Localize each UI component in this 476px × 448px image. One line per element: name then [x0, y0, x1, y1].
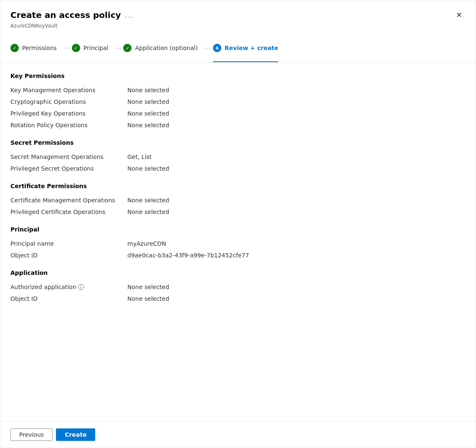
authorized-app-row: Authorized application i None selected — [10, 281, 466, 293]
step-principal[interactable]: Principal — [72, 40, 114, 55]
step-separator-2 — [115, 48, 122, 48]
step-separator-1 — [63, 48, 70, 48]
cert-mgmt-ops-value: None selected — [127, 197, 169, 204]
step-permissions-check-icon — [10, 44, 19, 52]
rotation-policy-ops-value: None selected — [127, 122, 169, 128]
step-separator-3 — [205, 48, 211, 48]
app-object-id-row: Object ID None selected — [10, 293, 466, 305]
secret-permissions-heading: Secret Permissions — [10, 139, 466, 146]
dialog-header: Create an access policy ... ✕ AzureCDNKe… — [0, 0, 476, 35]
step-application-label: Application (optional) — [135, 45, 197, 51]
title-text: Create an access policy — [10, 10, 121, 20]
privileged-key-ops-label: Privileged Key Operations — [10, 110, 127, 117]
create-access-policy-dialog: Create an access policy ... ✕ AzureCDNKe… — [0, 0, 476, 448]
authorized-app-value: None selected — [127, 284, 169, 290]
rotation-policy-ops-row: Rotation Policy Operations None selected — [10, 119, 466, 131]
principal-object-id-value: d9ae0cac-b3a2-43f9-a99e-7b12452cfe77 — [127, 252, 249, 259]
privileged-cert-ops-row: Privileged Certificate Operations None s… — [10, 206, 466, 218]
authorized-app-info-icon[interactable]: i — [78, 284, 84, 290]
cert-mgmt-ops-row: Certificate Management Operations None s… — [10, 194, 466, 206]
privileged-secret-ops-label: Privileged Secret Operations — [10, 165, 127, 172]
secret-mgmt-ops-label: Secret Management Operations — [10, 154, 127, 160]
title-row: Create an access policy ... ✕ — [10, 9, 466, 21]
authorized-app-label: Authorized application — [10, 284, 76, 290]
principal-heading: Principal — [10, 226, 466, 233]
crypto-ops-row: Cryptographic Operations None selected — [10, 96, 466, 108]
step-application-check-icon — [123, 44, 132, 52]
privileged-key-ops-value: None selected — [127, 110, 169, 117]
cert-permissions-heading: Certificate Permissions — [10, 183, 466, 189]
crypto-ops-label: Cryptographic Operations — [10, 98, 127, 105]
create-button[interactable]: Create — [56, 428, 95, 441]
wizard-steps: Permissions Principal Application (optio… — [0, 35, 476, 63]
secret-mgmt-ops-value: Get, List — [127, 154, 152, 160]
rotation-policy-ops-label: Rotation Policy Operations — [10, 122, 127, 128]
application-heading: Application — [10, 269, 466, 276]
secret-mgmt-ops-row: Secret Management Operations Get, List — [10, 151, 466, 163]
step-principal-check-icon — [72, 44, 80, 52]
key-mgmt-ops-label: Key Management Operations — [10, 87, 127, 93]
previous-button[interactable]: Previous — [10, 428, 53, 441]
step-permissions[interactable]: Permissions — [10, 40, 62, 55]
dialog-subtitle: AzureCDNKeyVault — [10, 23, 466, 29]
privileged-cert-ops-label: Privileged Certificate Operations — [10, 209, 127, 215]
dialog-content: Key Permissions Key Management Operation… — [0, 63, 476, 421]
step-permissions-label: Permissions — [22, 45, 57, 51]
close-icon: ✕ — [456, 11, 462, 19]
key-mgmt-ops-value: None selected — [127, 87, 169, 93]
privileged-key-ops-row: Privileged Key Operations None selected — [10, 108, 466, 119]
app-object-id-label: Object ID — [10, 295, 127, 302]
crypto-ops-value: None selected — [127, 98, 169, 105]
step-principal-label: Principal — [84, 45, 109, 51]
privileged-cert-ops-value: None selected — [127, 209, 169, 215]
principal-object-id-label: Object ID — [10, 252, 127, 259]
principal-object-id-row: Object ID d9ae0cac-b3a2-43f9-a99e-7b1245… — [10, 249, 466, 261]
privileged-secret-ops-row: Privileged Secret Operations None select… — [10, 163, 466, 174]
principal-name-value: myAzureCDN — [127, 240, 166, 247]
dialog-title: Create an access policy ... — [10, 10, 134, 20]
step-review[interactable]: 4 Review + create — [213, 40, 283, 55]
step-application[interactable]: Application (optional) — [123, 40, 203, 55]
cert-mgmt-ops-label: Certificate Management Operations — [10, 197, 127, 204]
dialog-footer: Previous Create — [0, 421, 476, 448]
step-review-number-icon: 4 — [213, 44, 221, 52]
key-mgmt-ops-row: Key Management Operations None selected — [10, 84, 466, 96]
key-permissions-heading: Key Permissions — [10, 73, 466, 79]
privileged-secret-ops-value: None selected — [127, 165, 169, 172]
authorized-app-label-container: Authorized application i — [10, 284, 127, 290]
close-button[interactable]: ✕ — [453, 9, 466, 21]
step-review-label: Review + create — [225, 45, 278, 51]
principal-name-row: Principal name myAzureCDN — [10, 238, 466, 249]
principal-name-label: Principal name — [10, 240, 127, 247]
title-ellipsis: ... — [125, 11, 134, 19]
app-object-id-value: None selected — [127, 295, 169, 302]
